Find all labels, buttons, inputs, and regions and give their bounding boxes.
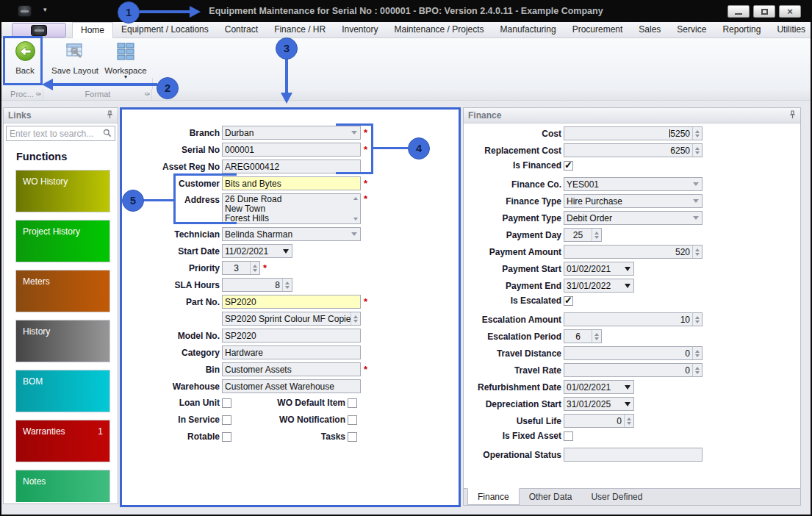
serial-no-field[interactable]: 000001 xyxy=(222,143,361,157)
sidebar-item-notes[interactable]: Notes xyxy=(15,470,110,502)
spinner-down-icon[interactable] xyxy=(594,337,599,340)
maximize-button[interactable] xyxy=(753,5,775,18)
bin-field[interactable]: Customer Assets xyxy=(222,362,361,376)
calendar-dropdown-icon[interactable] xyxy=(625,267,630,271)
dialog-launcher-icon[interactable] xyxy=(36,87,41,98)
cost-field[interactable]: 5250 xyxy=(564,126,703,140)
spinner-up-icon[interactable] xyxy=(627,418,631,420)
spinner-up-icon[interactable] xyxy=(695,248,700,251)
travel-rate-field[interactable]: 0 xyxy=(564,363,703,377)
category-field[interactable]: Hardware xyxy=(222,345,361,359)
payment-type-dropdown[interactable]: Debit Order xyxy=(564,211,703,225)
spinner-up-icon[interactable] xyxy=(253,265,257,268)
tab-maintenance-projects[interactable]: Maintenance / Projects xyxy=(387,22,492,38)
wo-default-item-checkbox[interactable] xyxy=(348,398,357,408)
spinner-up-icon[interactable] xyxy=(353,315,358,318)
minimize-button[interactable] xyxy=(727,5,750,18)
search-input[interactable] xyxy=(10,129,103,139)
escalation-amount-field[interactable]: 10 xyxy=(564,312,703,326)
spinner-down-icon[interactable] xyxy=(627,422,631,425)
loan-unit-checkbox[interactable] xyxy=(222,398,231,408)
sidebar-item-bom[interactable]: BOM xyxy=(15,370,110,412)
scroll-down-icon[interactable] xyxy=(353,218,358,221)
tab-home[interactable]: Home xyxy=(72,22,113,38)
spinner-down-icon[interactable] xyxy=(695,151,700,154)
application-button[interactable] xyxy=(12,23,66,37)
tab-manufacturing[interactable]: Manufacturing xyxy=(492,22,564,38)
pin-icon[interactable] xyxy=(107,110,113,121)
tab-utilities[interactable]: Utilities xyxy=(769,22,812,38)
technician-dropdown[interactable]: Belinda Sharman xyxy=(222,227,361,241)
tab-service[interactable]: Service xyxy=(669,22,714,38)
priority-field[interactable]: 3 xyxy=(222,261,260,275)
tab-equipment-locations[interactable]: Equipment / Locations xyxy=(113,22,217,38)
useful-life-field[interactable]: 0 xyxy=(564,414,634,428)
replacement-cost-field[interactable]: 6250 xyxy=(564,143,703,157)
part-no-field[interactable]: SP2020 xyxy=(222,295,361,309)
start-date-date-picker[interactable]: 11/02/2021 xyxy=(222,244,292,258)
sidebar-item-wo-history[interactable]: WO History xyxy=(15,170,110,212)
tab-contract[interactable]: Contract xyxy=(217,22,266,38)
sidebar-item-history[interactable]: History xyxy=(15,320,110,362)
travel-distance-field[interactable]: 0 xyxy=(564,346,703,360)
branch-dropdown[interactable]: Durban xyxy=(222,126,361,140)
spinner-up-icon[interactable] xyxy=(695,350,700,353)
operational-status-field[interactable] xyxy=(564,448,703,462)
tab-sales[interactable]: Sales xyxy=(630,22,669,38)
tab-inventory[interactable]: Inventory xyxy=(334,22,386,38)
customer-field[interactable]: Bits and Bytes xyxy=(222,176,361,190)
spinner-up-icon[interactable] xyxy=(695,367,700,370)
workspace-button[interactable]: Workspace ▾ xyxy=(103,41,148,79)
payment-amount-field[interactable]: 520 xyxy=(564,245,703,259)
tab-reporting[interactable]: Reporting xyxy=(714,22,769,38)
sidebar-item-warranties[interactable]: Warranties1 xyxy=(15,420,110,462)
spinner-down-icon[interactable] xyxy=(353,320,358,323)
tab-user-defined[interactable]: User Defined xyxy=(581,489,652,505)
dialog-launcher-icon[interactable] xyxy=(145,87,150,98)
tab-finance-hr[interactable]: Finance / HR xyxy=(266,22,334,38)
spinner-down-icon[interactable] xyxy=(695,371,700,374)
address-field[interactable]: 26 Dune RoadNew TownForest Hills xyxy=(222,193,361,224)
finance-co-dropdown[interactable]: YES001 xyxy=(564,177,703,191)
model-no-field[interactable]: SP2020 xyxy=(222,329,361,343)
spinner-down-icon[interactable] xyxy=(695,253,700,256)
search-icon[interactable] xyxy=(103,127,112,140)
spinner-up-icon[interactable] xyxy=(594,333,599,336)
spinner-up-icon[interactable] xyxy=(285,282,290,284)
spinner-down-icon[interactable] xyxy=(253,269,257,272)
calendar-dropdown-icon[interactable] xyxy=(283,249,289,254)
field-field[interactable]: SP2020 Sprint Colour MF Copier xyxy=(222,312,361,326)
spinner-up-icon[interactable] xyxy=(594,232,599,234)
refurbishment-date-date-picker[interactable]: 01/02/2021 xyxy=(564,380,634,394)
is-fixed-asset-checkbox[interactable] xyxy=(564,431,573,441)
payment-day-field[interactable]: 25 xyxy=(564,228,602,242)
tab-finance[interactable]: Finance xyxy=(467,488,520,505)
scroll-up-icon[interactable] xyxy=(353,197,358,200)
finance-type-dropdown[interactable]: Hire Purchase xyxy=(564,194,703,208)
save-layout-button[interactable]: Save Layout xyxy=(50,41,100,75)
in-service-checkbox[interactable] xyxy=(222,415,231,425)
spinner-up-icon[interactable] xyxy=(695,147,700,150)
is-financed-checkbox[interactable] xyxy=(564,161,573,171)
calendar-dropdown-icon[interactable] xyxy=(625,385,630,390)
tab-other-data[interactable]: Other Data xyxy=(520,489,582,505)
pin-icon[interactable] xyxy=(789,110,796,121)
payment-end-date-picker[interactable]: 31/01/2022 xyxy=(564,279,634,293)
spinner-down-icon[interactable] xyxy=(594,236,599,239)
warehouse-field[interactable]: Customer Asset Warehouse xyxy=(222,379,361,393)
depreciation-start-date-picker[interactable]: 31/01/2025 xyxy=(564,397,634,411)
sidebar-item-project-history[interactable]: Project History xyxy=(15,220,110,262)
spinner-down-icon[interactable] xyxy=(285,286,290,289)
rotable-checkbox[interactable] xyxy=(222,432,231,442)
close-button[interactable]: × xyxy=(779,5,801,18)
spinner-down-icon[interactable] xyxy=(695,354,700,357)
spinner-down-icon[interactable] xyxy=(695,320,700,323)
tasks-checkbox[interactable] xyxy=(348,432,357,442)
wo-notification-checkbox[interactable] xyxy=(348,415,357,425)
spinner-up-icon[interactable] xyxy=(695,316,700,319)
is-escalated-checkbox[interactable] xyxy=(564,296,573,306)
spinner-down-icon[interactable] xyxy=(695,135,700,137)
escalation-period-field[interactable]: 6 xyxy=(564,329,602,343)
spinner-up-icon[interactable] xyxy=(695,130,700,133)
sla-hours-field[interactable]: 8 xyxy=(222,278,292,292)
